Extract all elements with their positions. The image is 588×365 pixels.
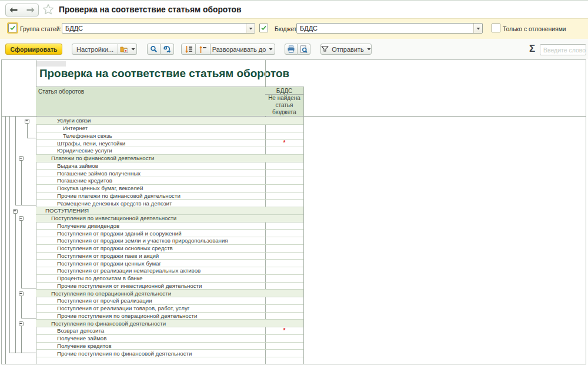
table-row[interactable]: Телефонная связь [36,132,303,140]
print-icon [287,45,295,53]
table-row[interactable]: Штрафы, пени, неустойки* [36,140,303,147]
settings-button[interactable]: Настройки... [72,44,118,55]
budget-label: Бюджет: [275,19,298,39]
forward-button[interactable] [22,4,39,16]
page-title: Проверка на соответствие статьям оборото… [59,1,241,19]
report-title: Проверка на соответствие статьям оборото… [39,67,289,80]
table-row[interactable]: Проценты по депозитам в банке [36,275,303,283]
table-row[interactable]: Поступления от реализации нематериальных… [36,267,303,275]
row-value-cell [265,170,303,177]
row-label: Размещение денежных средств на депозит [36,200,265,207]
table-row[interactable]: Получение дивидендов [36,223,303,230]
sigma-icon: Σ [527,42,537,55]
group-select-value: БДДС [62,24,246,33]
favorite-star-icon[interactable] [42,4,54,15]
row-label: Поступления от продажи зданий и сооружен… [36,230,265,237]
table-row[interactable]: Погашение займов полученных [36,170,303,177]
report-variants-icon [120,45,128,53]
group-row[interactable]: ПОСТУПЛЕНИЯ [36,207,303,215]
table-row[interactable]: Прочие платежи по финансовой деятельност… [36,193,303,200]
table-row[interactable]: Получение займов [36,335,303,343]
row-label: Поступления от прочей реализации [36,297,265,304]
toolbar: Сформировать Настройки... [0,39,588,59]
settings-group: Настройки... [72,44,137,55]
row-value-cell [265,155,303,162]
print-group [285,44,310,55]
table-row[interactable]: Поступления от продажи паев и акций [36,253,303,260]
deviations-label: Только с отлонениями [503,19,566,39]
row-value-cell [265,283,303,290]
expand-to-button[interactable]: Разворачивать до [211,44,275,55]
row-label: Интернет [36,125,265,132]
group-row[interactable]: Платежи по финансовой деятельности [36,155,303,162]
column-header-main[interactable]: Статья оборотов [36,87,265,116]
row-label: Поступления от продажи основных средств [36,245,265,252]
row-label: Поступления от продажи ценных бумаг [36,260,265,267]
table-row[interactable]: Покупка ценных бумаг, векселей [36,185,303,193]
table-row[interactable]: Получение кредитов [36,343,303,350]
table-row[interactable]: Юридические услуги [36,147,303,155]
row-label: Услуги связи [36,117,265,124]
table-row[interactable]: Возврат депозита* [36,327,303,335]
row-value-cell: * [265,140,303,147]
print-preview-icon [300,45,308,53]
group-select[interactable]: БДДС [62,23,255,34]
row-value-cell [265,230,303,237]
report-area: Проверка на соответствие статьям оборото… [1,59,586,364]
table-row[interactable]: Выдача займов [36,162,303,170]
row-value-cell [265,162,303,170]
sort-ascending-icon [199,45,207,54]
table-row[interactable]: Интернет [36,125,303,132]
send-label: Отправить [332,46,364,53]
report-variants-button[interactable] [118,44,137,55]
generate-button[interactable]: Сформировать [5,44,62,55]
row-value-cell [265,267,303,274]
group-row[interactable]: Поступления по операционной деятельности [36,290,303,297]
budget-checkbox[interactable] [259,24,268,32]
group-row[interactable]: Поступления по инвестиционной деятельнос… [36,215,303,223]
missing-article-marker: * [283,330,286,332]
deviations-checkbox[interactable] [492,24,500,32]
row-value-cell [265,185,303,192]
table-row[interactable]: Поступления от продажи зданий и сооружен… [36,230,303,237]
table-row[interactable]: Прочие поступления от инвестиционной дея… [36,283,303,290]
grid-line [303,87,304,364]
budget-select[interactable]: БДДС [296,23,483,34]
table-row[interactable]: Прочие поступления по операционной деяте… [36,313,303,320]
table-row[interactable]: Прочие поступления по финансовой деятель… [36,350,303,357]
group-row[interactable]: Услуги связи [36,117,303,125]
send-group: Отправить [320,44,372,55]
sort-ascending-button[interactable] [196,44,211,55]
table-row[interactable]: Поступления от продажи основных средств [36,245,303,253]
column-header-value[interactable]: БДДС Не найдена статья бюджета [265,87,303,116]
table-row[interactable]: Погашение кредитов [36,177,303,185]
print-preview-button[interactable] [298,44,310,55]
search-icon [150,45,158,53]
grouping-tree[interactable] [2,60,36,364]
table-row[interactable]: Поступления от прочей реализации [36,297,303,305]
row-value-cell: * [265,327,303,334]
print-button[interactable] [285,44,298,55]
send-button[interactable]: Отправить [320,44,372,55]
search-button[interactable] [147,44,161,55]
missing-article-marker: * [283,142,286,144]
search-refresh-button[interactable] [161,44,174,55]
budget-select-value: БДДС [297,24,473,33]
group-row[interactable]: Поступления по финансовой деятельности [36,320,303,327]
quick-search-input[interactable] [540,44,586,55]
sort-descending-button[interactable] [181,44,196,55]
check-icon [260,25,267,31]
back-button[interactable] [6,4,22,16]
group-checkbox[interactable] [8,24,17,32]
row-label: Платежи по финансовой деятельности [36,155,265,162]
table-row[interactable]: Поступления от продажи земли и участков … [36,237,303,245]
row-value-cell [265,193,303,200]
row-value-cell [265,297,303,304]
row-label: Поступления от реализации нематериальных… [36,267,265,274]
row-value-cell [265,215,303,222]
table-row[interactable]: Размещение денежных средств на депозит [36,200,303,207]
dropdown-arrow-icon[interactable] [473,24,482,33]
table-row[interactable]: Поступления от реализации товаров, работ… [36,305,303,313]
table-row[interactable]: Поступления от продажи ценных бумаг [36,260,303,267]
dropdown-arrow-icon[interactable] [246,24,255,33]
